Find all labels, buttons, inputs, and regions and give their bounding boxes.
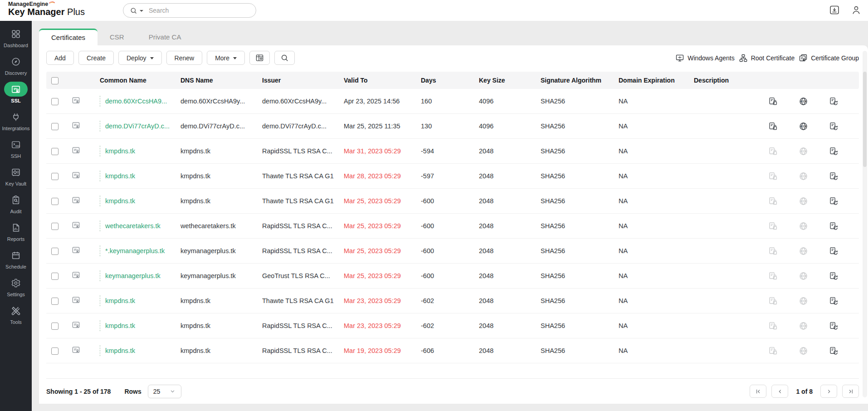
sidebar-item-dashboard[interactable]: Dashboard <box>0 26 32 48</box>
deploy-certificate-icon[interactable] <box>768 122 778 131</box>
renew-certificate-icon[interactable] <box>829 122 839 131</box>
header-signature-algorithm[interactable]: Signature Algorithm <box>541 77 619 84</box>
row-checkbox[interactable] <box>51 323 59 330</box>
dns-globe-icon[interactable]: DNS <box>799 321 808 331</box>
row-checkbox[interactable] <box>51 347 59 355</box>
deploy-certificate-icon[interactable] <box>768 221 778 231</box>
certificate-group-link[interactable]: Certificate Group <box>799 54 859 63</box>
renew-certificate-icon[interactable] <box>829 346 839 356</box>
common-name-link[interactable]: demo.DVi77crAyD.c... <box>105 122 170 130</box>
table-search-button[interactable] <box>274 51 295 65</box>
previous-page-button[interactable] <box>771 385 788 398</box>
agent-download-icon[interactable] <box>829 5 840 15</box>
vertical-scrollbar[interactable] <box>863 51 867 397</box>
dns-globe-icon[interactable]: DNS <box>799 147 808 156</box>
last-page-button[interactable] <box>842 385 859 398</box>
dns-globe-icon[interactable]: DNS <box>799 122 808 131</box>
row-checkbox[interactable] <box>51 273 59 280</box>
search-input[interactable] <box>148 6 249 15</box>
sidebar-item-audit[interactable]: Audit <box>0 192 32 214</box>
renew-certificate-icon[interactable] <box>829 147 839 156</box>
header-domain-expiration[interactable]: Domain Expiration <box>619 77 694 84</box>
row-checkbox[interactable] <box>51 298 59 305</box>
row-checkbox[interactable] <box>51 123 59 130</box>
user-account-icon[interactable] <box>851 5 862 15</box>
select-all-checkbox[interactable] <box>51 77 59 84</box>
renew-certificate-icon[interactable] <box>829 221 839 231</box>
dns-globe-icon[interactable]: DNS <box>799 221 808 231</box>
renew-button[interactable]: Renew <box>166 51 203 65</box>
dns-globe-icon[interactable]: DNS <box>799 97 808 106</box>
row-checkbox[interactable] <box>51 223 59 230</box>
search-scope-caret-icon[interactable] <box>140 10 143 12</box>
common-name-link[interactable]: kmpdns.tk <box>105 297 135 304</box>
deploy-certificate-icon[interactable] <box>768 196 778 206</box>
common-name-link[interactable]: kmpdns.tk <box>105 322 135 329</box>
dns-globe-icon[interactable]: DNS <box>799 246 808 256</box>
deploy-certificate-icon[interactable] <box>768 246 778 256</box>
deploy-button[interactable]: Deploy <box>118 51 162 65</box>
deploy-certificate-icon[interactable] <box>768 296 778 306</box>
header-dns-name[interactable]: DNS Name <box>180 77 262 84</box>
sidebar-item-reports[interactable]: Reports <box>0 220 32 242</box>
renew-certificate-icon[interactable] <box>829 171 839 181</box>
sidebar-item-ssh[interactable]: SSH SSH <box>0 137 32 159</box>
windows-agents-link[interactable]: Windows Agents <box>675 54 735 63</box>
header-days[interactable]: Days <box>421 77 479 84</box>
sidebar-item-schedule[interactable]: Schedule <box>0 248 32 269</box>
tab-certificates[interactable]: Certificates <box>39 29 98 45</box>
sidebar-item-integrations[interactable]: Intergrations <box>0 109 32 131</box>
header-key-size[interactable]: Key Size <box>479 77 541 84</box>
common-name-link[interactable]: kmpdns.tk <box>105 197 135 205</box>
renew-certificate-icon[interactable] <box>829 196 839 206</box>
header-common-name[interactable]: Common Name <box>100 77 180 84</box>
deploy-certificate-icon[interactable] <box>768 346 778 356</box>
common-name-link[interactable]: keymanagerplus.tk <box>105 272 161 279</box>
dns-globe-icon[interactable]: DNS <box>799 296 808 306</box>
renew-certificate-icon[interactable] <box>829 246 839 256</box>
create-button[interactable]: Create <box>78 51 114 65</box>
dns-globe-icon[interactable]: DNS <box>799 196 808 206</box>
scrollbar-thumb[interactable] <box>863 72 867 167</box>
common-name-link[interactable]: kmpdns.tk <box>105 147 135 155</box>
sidebar-item-discovery[interactable]: Discovery <box>0 54 32 76</box>
deploy-certificate-icon[interactable] <box>768 271 778 281</box>
column-settings-button[interactable] <box>249 51 270 65</box>
sidebar-item-tools[interactable]: Tools <box>0 303 32 325</box>
add-button[interactable]: Add <box>46 51 74 65</box>
renew-certificate-icon[interactable] <box>829 321 839 331</box>
dns-globe-icon[interactable]: DNS <box>799 271 808 281</box>
dns-globe-icon[interactable]: DNS <box>799 346 808 356</box>
renew-certificate-icon[interactable] <box>829 271 839 281</box>
deploy-certificate-icon[interactable] <box>768 97 778 106</box>
row-checkbox[interactable] <box>51 98 59 105</box>
more-button[interactable]: More <box>207 51 245 65</box>
first-page-button[interactable] <box>750 385 766 398</box>
row-checkbox[interactable] <box>51 198 59 205</box>
rows-per-page-select[interactable]: 25 <box>148 385 181 398</box>
dns-globe-icon[interactable]: DNS <box>799 171 808 181</box>
row-checkbox[interactable] <box>51 248 59 255</box>
sidebar-item-settings[interactable]: Settings <box>0 275 32 297</box>
renew-certificate-icon[interactable] <box>829 97 839 106</box>
header-valid-to[interactable]: Valid To <box>344 77 421 84</box>
row-checkbox[interactable] <box>51 173 59 180</box>
header-description[interactable]: Description <box>694 77 762 84</box>
deploy-certificate-icon[interactable] <box>768 321 778 331</box>
deploy-certificate-icon[interactable] <box>768 147 778 156</box>
common-name-link[interactable]: *.keymanagerplus.tk <box>105 247 165 254</box>
common-name-link[interactable]: wethecaretakers.tk <box>105 222 161 230</box>
global-search[interactable] <box>123 3 256 18</box>
renew-certificate-icon[interactable] <box>829 296 839 306</box>
header-issuer[interactable]: Issuer <box>262 77 344 84</box>
sidebar-item-ssl[interactable]: SSL <box>0 82 32 103</box>
tab-private-ca[interactable]: Private CA <box>137 29 194 45</box>
sidebar-item-key-vault[interactable]: Key Vault <box>0 165 32 186</box>
common-name-link[interactable]: demo.60XrCcsHA9... <box>105 98 167 105</box>
common-name-link[interactable]: kmpdns.tk <box>105 172 135 180</box>
common-name-link[interactable]: kmpdns.tk <box>105 347 135 354</box>
deploy-certificate-icon[interactable] <box>768 171 778 181</box>
tab-csr[interactable]: CSR <box>98 29 137 45</box>
next-page-button[interactable] <box>820 385 837 398</box>
root-certificate-link[interactable]: Root Certificate <box>739 54 795 63</box>
